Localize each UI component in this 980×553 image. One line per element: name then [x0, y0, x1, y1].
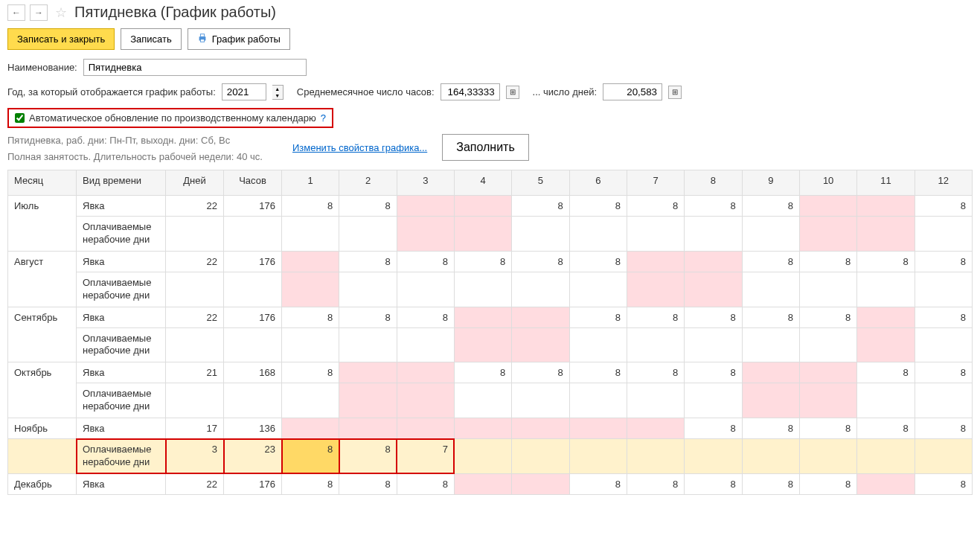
table-row[interactable]: Оплачиваемые нерабочие дни — [8, 327, 973, 362]
schedule-button[interactable]: График работы — [188, 28, 290, 50]
avg-hours-input[interactable] — [441, 83, 500, 100]
day-cell[interactable]: 8 — [282, 307, 339, 327]
table-row[interactable]: АвгустЯвка22176888888888 — [8, 251, 973, 272]
day-cell[interactable]: 8 — [627, 196, 684, 217]
day-cell[interactable] — [857, 272, 915, 307]
nav-back-button[interactable]: ← — [7, 4, 25, 21]
day-cell[interactable] — [454, 272, 511, 307]
day-cell[interactable] — [454, 418, 511, 439]
day-cell[interactable]: 8 — [512, 362, 569, 383]
day-cell[interactable] — [454, 383, 511, 418]
day-cell[interactable] — [454, 473, 511, 494]
day-cell[interactable] — [512, 307, 569, 327]
table-row[interactable]: НоябрьЯвка1713688888 — [8, 418, 973, 439]
day-cell[interactable] — [512, 439, 569, 474]
day-cell[interactable]: 8 — [685, 196, 742, 217]
day-cell[interactable] — [282, 251, 339, 272]
table-row[interactable]: ОктябрьЯвка2116888888888 — [8, 362, 973, 383]
table-row[interactable]: Оплачиваемые нерабочие дни — [8, 383, 973, 418]
day-cell[interactable]: 8 — [454, 251, 511, 272]
day-cell[interactable]: 8 — [742, 473, 799, 494]
day-cell[interactable]: 8 — [742, 418, 799, 439]
day-cell[interactable]: 8 — [915, 251, 972, 272]
day-cell[interactable]: 8 — [512, 196, 569, 217]
day-cell[interactable] — [512, 327, 569, 362]
day-cell[interactable]: 8 — [685, 362, 742, 383]
day-cell[interactable]: 8 — [397, 251, 454, 272]
day-cell[interactable]: 8 — [339, 307, 397, 327]
save-close-button[interactable]: Записать и закрыть — [7, 28, 115, 50]
day-cell[interactable] — [799, 383, 856, 418]
day-cell[interactable] — [915, 272, 972, 307]
day-cell[interactable] — [857, 217, 915, 252]
day-cell[interactable] — [569, 383, 627, 418]
day-cell[interactable]: 8 — [339, 473, 397, 494]
day-cell[interactable] — [799, 362, 856, 383]
year-up-button[interactable]: ▲ — [272, 86, 283, 92]
day-cell[interactable] — [799, 272, 856, 307]
day-cell[interactable] — [627, 418, 684, 439]
day-cell[interactable]: 8 — [627, 307, 684, 327]
day-cell[interactable] — [857, 307, 915, 327]
day-cell[interactable]: 8 — [857, 362, 915, 383]
day-cell[interactable]: 8 — [742, 196, 799, 217]
day-cell[interactable] — [857, 196, 915, 217]
year-input[interactable] — [222, 83, 266, 100]
day-cell[interactable]: 8 — [339, 196, 397, 217]
day-cell[interactable]: 8 — [282, 439, 339, 474]
day-cell[interactable] — [569, 272, 627, 307]
day-cell[interactable] — [339, 327, 397, 362]
table-row[interactable]: ДекабрьЯвка22176888888888 — [8, 473, 973, 494]
day-cell[interactable]: 8 — [685, 418, 742, 439]
day-cell[interactable]: 8 — [915, 196, 972, 217]
day-cell[interactable] — [282, 272, 339, 307]
day-cell[interactable]: 8 — [627, 362, 684, 383]
day-cell[interactable] — [685, 217, 742, 252]
day-cell[interactable] — [569, 439, 627, 474]
day-cell[interactable] — [397, 272, 454, 307]
day-cell[interactable]: 8 — [569, 307, 627, 327]
day-cell[interactable] — [742, 383, 799, 418]
day-cell[interactable] — [857, 383, 915, 418]
save-button[interactable]: Записать — [121, 28, 182, 50]
day-cell[interactable]: 8 — [915, 473, 972, 494]
day-cell[interactable]: 8 — [339, 251, 397, 272]
day-cell[interactable]: 8 — [569, 473, 627, 494]
day-cell[interactable] — [799, 439, 856, 474]
day-cell[interactable]: 8 — [799, 251, 856, 272]
day-cell[interactable] — [915, 217, 972, 252]
day-cell[interactable] — [627, 272, 684, 307]
day-cell[interactable] — [454, 439, 511, 474]
day-cell[interactable] — [569, 217, 627, 252]
day-cell[interactable] — [512, 418, 569, 439]
table-row[interactable]: ИюльЯвка2217688888888 — [8, 196, 973, 217]
day-cell[interactable] — [742, 439, 799, 474]
day-cell[interactable] — [742, 217, 799, 252]
day-cell[interactable] — [857, 327, 915, 362]
calculator-icon[interactable]: ⊞ — [506, 86, 519, 99]
day-cell[interactable] — [569, 327, 627, 362]
day-cell[interactable] — [282, 327, 339, 362]
day-cell[interactable] — [627, 439, 684, 474]
day-cell[interactable] — [799, 196, 856, 217]
day-cell[interactable] — [339, 383, 397, 418]
day-cell[interactable] — [339, 362, 397, 383]
day-cell[interactable] — [339, 217, 397, 252]
day-cell[interactable] — [512, 383, 569, 418]
table-row[interactable]: СентябрьЯвка22176888888888 — [8, 307, 973, 327]
day-cell[interactable] — [685, 383, 742, 418]
day-cell[interactable] — [627, 383, 684, 418]
fill-button[interactable]: Заполнить — [442, 134, 529, 161]
day-cell[interactable]: 8 — [857, 418, 915, 439]
day-cell[interactable]: 8 — [569, 251, 627, 272]
day-cell[interactable] — [569, 418, 627, 439]
day-cell[interactable] — [282, 217, 339, 252]
day-cell[interactable] — [282, 418, 339, 439]
calculator-icon[interactable]: ⊞ — [668, 86, 682, 99]
day-cell[interactable] — [512, 473, 569, 494]
day-cell[interactable] — [915, 383, 972, 418]
table-row[interactable]: Оплачиваемые нерабочие дни — [8, 217, 973, 252]
day-cell[interactable] — [685, 251, 742, 272]
day-cell[interactable]: 8 — [339, 439, 397, 474]
day-cell[interactable]: 8 — [569, 196, 627, 217]
